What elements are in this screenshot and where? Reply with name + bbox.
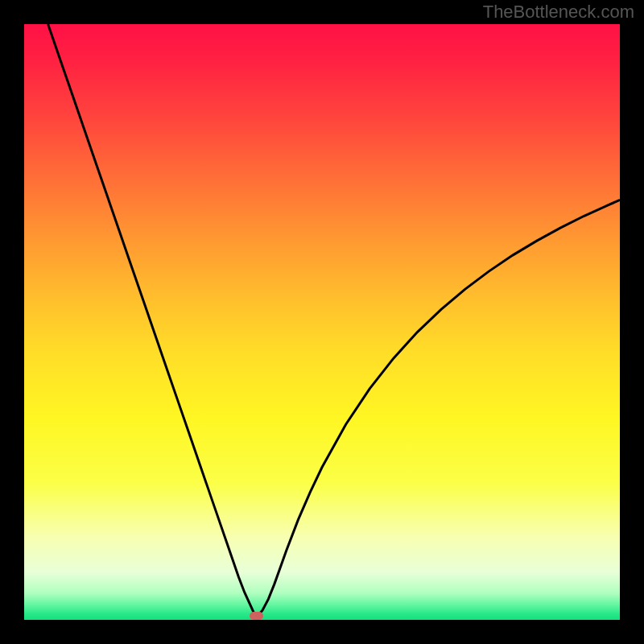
optimal-point-marker [250, 612, 264, 620]
chart-curve-layer [24, 24, 620, 620]
bottleneck-curve-line [48, 24, 620, 614]
chart-plot-area [24, 24, 620, 620]
watermark-text: TheBottleneck.com [483, 2, 634, 23]
